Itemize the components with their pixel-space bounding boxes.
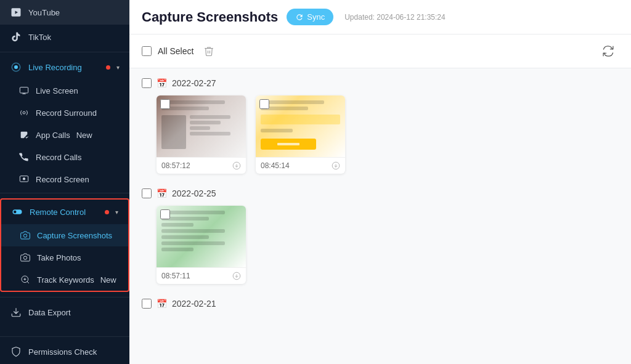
updated-text: Updated: 2024-06-12 21:35:24 (344, 13, 445, 22)
card-2-1-checkbox[interactable] (160, 209, 170, 219)
thumb-line (190, 126, 210, 130)
sidebar-record-surround-label: Record Surround (36, 108, 97, 118)
remote-control-chevron: ▾ (115, 209, 118, 216)
thumb-button (261, 139, 316, 150)
sidebar-record-calls-label: Record Calls (36, 153, 81, 162)
main-toolbar: All Select (129, 34, 631, 68)
remote-control-icon (11, 206, 23, 218)
sidebar-tiktok-label: TikTok (28, 33, 120, 42)
main-header: Capture Screenshots Sync Updated: 2024-0… (129, 0, 631, 34)
download-button-2-1[interactable] (232, 272, 241, 280)
sidebar: YouTube TikTok Live Recording ▾ Live Scr… (0, 0, 129, 364)
thumb-line (190, 121, 221, 124)
thumb-image (161, 115, 186, 149)
sidebar-record-screen-label: Record Screen (36, 175, 89, 184)
svg-point-6 (23, 256, 26, 259)
thumb-line (161, 229, 225, 233)
sidebar-item-track-keywords[interactable]: Track Keywords New (1, 269, 128, 291)
svg-point-4 (23, 178, 25, 180)
main-content: Capture Screenshots Sync Updated: 2024-0… (129, 0, 631, 364)
sidebar-divider-4 (0, 336, 129, 337)
content-area[interactable]: 📅 2022-02-27 (129, 68, 631, 364)
thumb-button-text (277, 143, 299, 145)
youtube-icon (10, 6, 22, 18)
track-keywords-icon (20, 274, 31, 285)
svg-point-5 (23, 234, 26, 237)
sidebar-item-tiktok[interactable]: TikTok (0, 25, 129, 49)
svg-rect-1 (20, 87, 28, 93)
sidebar-permissions-check-label: Permissions Check (28, 347, 120, 357)
all-select-checkbox[interactable] (142, 46, 152, 56)
sidebar-item-take-photos[interactable]: Take Photos (1, 246, 128, 269)
screenshot-footer-1-2: 08:45:14 (256, 157, 345, 174)
live-recording-icon (10, 61, 22, 73)
sidebar-remote-control-label: Remote Control (30, 208, 97, 217)
sidebar-item-record-surround[interactable]: Record Surround (0, 102, 129, 124)
refresh-button[interactable] (598, 41, 619, 62)
calendar-icon-1: 📅 (157, 78, 167, 88)
sidebar-app-calls-label: App Calls (36, 131, 70, 140)
calendar-icon-2: 📅 (157, 188, 167, 198)
date-header-2: 📅 2022-02-25 (142, 188, 619, 198)
track-keywords-badge: New (100, 275, 116, 285)
thumb-row (261, 115, 340, 124)
date-group-2: 📅 2022-02-25 (142, 188, 619, 284)
date-group-1-checkbox[interactable] (142, 78, 152, 88)
delete-button[interactable] (200, 44, 218, 58)
screenshot-footer-1-1: 08:57:12 (157, 157, 246, 174)
live-screen-icon (18, 85, 30, 96)
date-group-3-checkbox[interactable] (142, 299, 152, 309)
svg-point-2 (23, 111, 25, 114)
calendar-icon-3: 📅 (157, 299, 167, 309)
all-select-label: All Select (158, 46, 193, 56)
sidebar-item-live-screen[interactable]: Live Screen (0, 79, 129, 102)
date-label-3: 2022-02-21 (172, 299, 216, 309)
date-group-2-checkbox[interactable] (142, 188, 152, 198)
screenshot-footer-2-1: 08:57:11 (157, 267, 246, 284)
sidebar-item-record-calls[interactable]: Record Calls (0, 146, 129, 168)
page-title: Capture Screenshots (142, 9, 278, 25)
live-recording-dot (106, 65, 110, 70)
sidebar-track-keywords-label: Track Keywords (37, 275, 94, 285)
sidebar-item-data-export[interactable]: Data Export (0, 300, 129, 325)
screenshot-card-1-2[interactable]: 08:45:14 (256, 95, 345, 174)
thumb-line (161, 248, 193, 251)
thumb-line (161, 211, 225, 214)
date-header-1: 📅 2022-02-27 (142, 78, 619, 88)
screenshot-time-1-1: 08:57:12 (161, 161, 190, 170)
sidebar-divider-1 (0, 52, 129, 52)
tiktok-icon (10, 31, 22, 43)
thumb-line (161, 241, 225, 245)
sidebar-item-permissions-check[interactable]: Permissions Check (0, 339, 129, 364)
date-group-3: 📅 2022-02-21 (142, 299, 619, 309)
sidebar-item-capture-screenshots[interactable]: Capture Screenshots (1, 224, 128, 246)
sidebar-item-app-calls[interactable]: App Calls New (0, 124, 129, 146)
download-button-1-2[interactable] (332, 161, 340, 170)
download-button-1-1[interactable] (232, 161, 241, 170)
record-calls-icon (18, 152, 30, 163)
svg-point-0 (14, 65, 18, 69)
date-label-1: 2022-02-27 (172, 78, 216, 88)
sync-button[interactable]: Sync (287, 9, 333, 25)
thumb-line (161, 223, 193, 227)
record-surround-icon (18, 107, 30, 118)
card-1-1-checkbox[interactable] (160, 99, 170, 109)
sidebar-divider-3 (0, 297, 129, 297)
sidebar-live-recording-label: Live Recording (28, 63, 99, 72)
sidebar-item-remote-control[interactable]: Remote Control ▾ (1, 200, 128, 224)
sidebar-live-screen-label: Live Screen (36, 86, 78, 95)
screenshot-card-2-1[interactable]: 08:57:11 (157, 206, 246, 284)
permissions-check-icon (10, 346, 22, 358)
sidebar-item-live-recording[interactable]: Live Recording ▾ (0, 55, 129, 79)
thumb-line (261, 100, 324, 104)
sync-label: Sync (307, 12, 325, 22)
sidebar-item-youtube[interactable]: YouTube (0, 0, 129, 25)
thumb-line (261, 129, 293, 132)
card-1-2-checkbox[interactable] (259, 99, 269, 109)
data-export-icon (10, 306, 22, 318)
screenshots-row-2: 08:57:11 (142, 206, 619, 284)
sidebar-youtube-label: YouTube (28, 8, 120, 17)
screenshot-card-1-1[interactable]: 08:57:12 (157, 95, 246, 174)
thumb-line (161, 235, 209, 239)
sidebar-item-record-screen[interactable]: Record Screen (0, 168, 129, 190)
